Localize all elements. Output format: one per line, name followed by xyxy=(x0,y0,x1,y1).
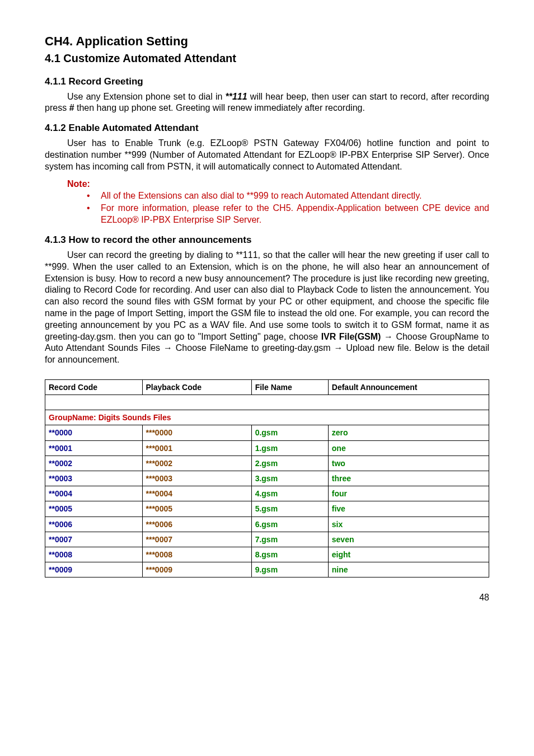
file-name-cell: 9.gsm xyxy=(251,562,328,577)
group-name-cell: GroupName: Digits Sounds Files xyxy=(45,410,489,425)
table-header-row: Record Code Playback Code File Name Defa… xyxy=(45,380,489,395)
file-name-cell: 3.gsm xyxy=(251,471,328,486)
record-code-cell: **0006 xyxy=(45,516,143,532)
playback-code-cell: ***0003 xyxy=(142,471,251,486)
playback-code-cell: ***0002 xyxy=(142,456,251,471)
playback-code-cell: ***0005 xyxy=(142,501,251,516)
announcement-cell: five xyxy=(328,501,489,516)
record-code-cell: **0002 xyxy=(45,456,143,471)
header-record-code: Record Code xyxy=(45,380,143,395)
file-name-cell: 5.gsm xyxy=(251,501,328,516)
announcement-cell: nine xyxy=(328,562,489,577)
playback-code-cell: ***0009 xyxy=(142,562,251,577)
record-code-cell: **0001 xyxy=(45,440,143,456)
playback-code-cell: ***0001 xyxy=(142,440,251,456)
section-title: 4.1 Customize Automated Attendant xyxy=(45,51,489,65)
record-code-cell: **0005 xyxy=(45,501,143,516)
dial-code: **111 xyxy=(226,92,247,101)
table-row: **0000***00000.gsmzero xyxy=(45,425,489,440)
table-row: **0002***00022.gsmtwo xyxy=(45,456,489,471)
text-fragment: User can record the greeting by dialing … xyxy=(45,250,489,341)
record-code-cell: **0008 xyxy=(45,547,143,562)
file-name-cell: 4.gsm xyxy=(251,486,328,501)
announcement-cell: six xyxy=(328,516,489,532)
table-row: **0007***00077.gsmseven xyxy=(45,532,489,547)
header-file-name: File Name xyxy=(251,380,328,395)
chapter-title: CH4. Application Setting xyxy=(45,34,489,50)
subsection-411-heading: 4.1.1 Record Greeting xyxy=(45,76,489,88)
record-code-cell: **0007 xyxy=(45,532,143,547)
announcement-cell: zero xyxy=(328,425,489,440)
table-row: **0008***00088.gsmeight xyxy=(45,547,489,562)
ivr-file-label: IVR File(GSM) → xyxy=(321,332,393,341)
file-name-cell: 7.gsm xyxy=(251,532,328,547)
sounds-table: GroupName: Digits Sounds Files Record Co… xyxy=(45,379,489,577)
subsection-413-paragraph: User can record the greeting by dialing … xyxy=(45,250,489,366)
announcement-cell: four xyxy=(328,486,489,501)
table-row: **0006***00066.gsmsix xyxy=(45,516,489,532)
file-name-cell: 2.gsm xyxy=(251,456,328,471)
note-item: For more information, please refer to th… xyxy=(87,203,489,226)
announcement-cell: three xyxy=(328,471,489,486)
announcement-cell: seven xyxy=(328,532,489,547)
announcement-cell: two xyxy=(328,456,489,471)
table-row: **0004***00044.gsmfour xyxy=(45,486,489,501)
header-playback-code: Playback Code xyxy=(142,380,251,395)
record-code-cell: **0009 xyxy=(45,562,143,577)
table-row: **0003***00033.gsmthree xyxy=(45,471,489,486)
note-list: All of the Extensions can also dial to *… xyxy=(45,190,489,226)
announcement-cell: eight xyxy=(328,547,489,562)
note-item: All of the Extensions can also dial to *… xyxy=(87,190,489,202)
text-fragment: Use any Extension phone set to dial in xyxy=(67,92,226,101)
note-label: Note: xyxy=(67,179,489,190)
page-number: 48 xyxy=(45,592,489,604)
table-row: **0005***00055.gsmfive xyxy=(45,501,489,516)
subsection-411-paragraph: Use any Extension phone set to dial in *… xyxy=(45,91,489,115)
announcement-cell: one xyxy=(328,440,489,456)
playback-code-cell: ***0008 xyxy=(142,547,251,562)
subsection-412-heading: 4.1.2 Enable Automated Attendant xyxy=(45,122,489,134)
subsection-413-heading: 4.1.3 How to record the other announceme… xyxy=(45,234,489,246)
file-name-cell: 0.gsm xyxy=(251,425,328,440)
playback-code-cell: ***0006 xyxy=(142,516,251,532)
header-default-announcement: Default Announcement xyxy=(328,380,489,395)
playback-code-cell: ***0007 xyxy=(142,532,251,547)
table-row: **0009***00099.gsmnine xyxy=(45,562,489,577)
record-code-cell: **0004 xyxy=(45,486,143,501)
text-fragment: then hang up phone set. Greeting will re… xyxy=(74,103,364,112)
subsection-412-paragraph: User has to Enable Trunk (e.g. EZLoop® P… xyxy=(45,138,489,172)
table-group-row: GroupName: Digits Sounds Files xyxy=(45,410,489,425)
file-name-cell: 8.gsm xyxy=(251,547,328,562)
file-name-cell: 6.gsm xyxy=(251,516,328,532)
record-code-cell: **0003 xyxy=(45,471,143,486)
table-row: **0001***00011.gsmone xyxy=(45,440,489,456)
playback-code-cell: ***0000 xyxy=(142,425,251,440)
file-name-cell: 1.gsm xyxy=(251,440,328,456)
record-code-cell: **0000 xyxy=(45,425,143,440)
playback-code-cell: ***0004 xyxy=(142,486,251,501)
table-blank-row xyxy=(45,395,489,410)
